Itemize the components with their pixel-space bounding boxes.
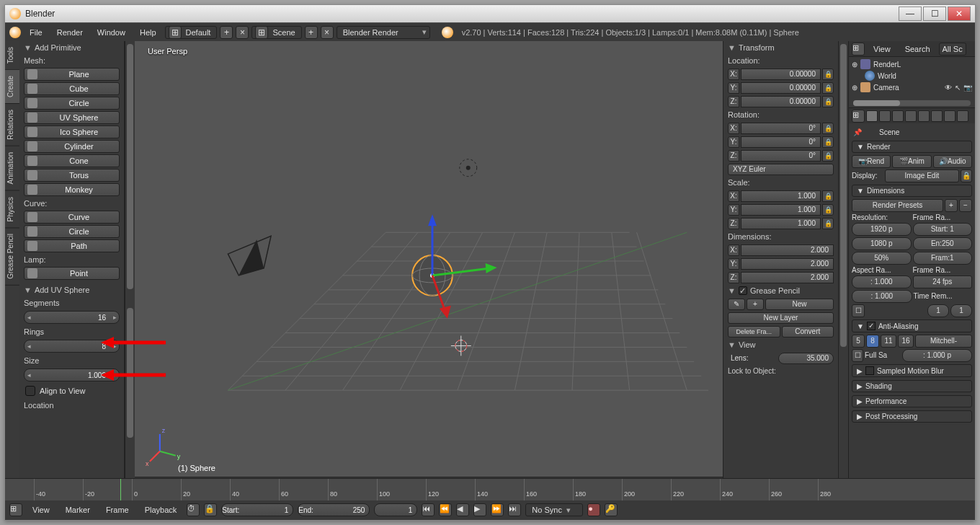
- play-button[interactable]: ▶: [473, 503, 486, 516]
- end-frame-input[interactable]: En:250: [913, 237, 973, 250]
- menu-render[interactable]: Render: [51, 27, 89, 38]
- add-layout-button[interactable]: +: [220, 26, 233, 39]
- add-plane-button[interactable]: Plane: [24, 68, 120, 81]
- render-button[interactable]: 📷Rend: [852, 155, 891, 168]
- view-panel-header[interactable]: ▼View: [723, 338, 838, 351]
- postprocessing-header[interactable]: ▶Post Processing: [852, 410, 972, 423]
- render-layers-tab[interactable]: [879, 110, 891, 122]
- fps-dropdown[interactable]: 24 fps: [913, 275, 973, 288]
- rings-input[interactable]: ◂8▸: [24, 340, 120, 353]
- tab-physics[interactable]: Physics: [5, 191, 19, 228]
- render-presets-dropdown[interactable]: Render Presets: [852, 199, 943, 212]
- gp-newlayer-button[interactable]: New Layer: [728, 312, 834, 324]
- new-input[interactable]: 1: [950, 304, 972, 317]
- size-input[interactable]: ◂1.000▸: [24, 369, 120, 381]
- lock-icon[interactable]: 🔒: [822, 190, 834, 202]
- pin-icon[interactable]: 📌: [853, 128, 862, 136]
- frame-step-input[interactable]: Fram:1: [913, 252, 973, 265]
- dim-z-input[interactable]: 2.000: [741, 272, 834, 283]
- rot-x-input[interactable]: 0°: [741, 123, 821, 134]
- scale-y-input[interactable]: 1.000: [741, 204, 821, 216]
- aa-8-button[interactable]: 8: [866, 335, 879, 348]
- add-primitive-header[interactable]: ▼Add Primitive: [19, 41, 124, 54]
- maximize-button[interactable]: ☐: [923, 6, 946, 21]
- fullsample-checkbox[interactable]: ☐: [852, 349, 863, 362]
- remove-preset-button[interactable]: −: [959, 199, 972, 212]
- render-tab[interactable]: [866, 110, 878, 122]
- menu-window[interactable]: Window: [92, 27, 131, 38]
- add-icosphere-button[interactable]: Ico Sphere: [24, 125, 120, 138]
- segments-input[interactable]: ◂16▸: [24, 311, 120, 324]
- keying-set-button[interactable]: 🔑: [605, 503, 618, 516]
- aa-16-button[interactable]: 16: [898, 335, 914, 348]
- tl-playback-menu[interactable]: Playback: [139, 504, 183, 516]
- tl-marker-menu[interactable]: Marker: [60, 504, 96, 516]
- render-section-header[interactable]: ▼Render: [852, 141, 972, 153]
- lock-icon[interactable]: 🔒: [822, 204, 834, 216]
- add-circle-button[interactable]: Circle: [24, 97, 120, 110]
- res-y-input[interactable]: 1080 p: [852, 237, 912, 250]
- eye-icon[interactable]: 👁: [945, 84, 952, 92]
- timeline-ruler[interactable]: -40-200204060801001201401601802002202402…: [5, 479, 975, 500]
- lock-icon[interactable]: 🔒: [822, 136, 834, 148]
- add-torus-button[interactable]: Torus: [24, 169, 120, 182]
- outliner-tree[interactable]: ⊕RenderL World ⊕Camera👁↖📷: [849, 57, 975, 107]
- scale-x-input[interactable]: 1.000: [741, 190, 821, 202]
- outliner-mode-dropdown[interactable]: All Sc: [939, 43, 966, 56]
- aspect-x-input[interactable]: : 1.000: [852, 275, 912, 288]
- remove-layout-button[interactable]: ×: [236, 26, 249, 39]
- filter-size-input[interactable]: : 1.000 p: [902, 349, 972, 362]
- lock-interface-button[interactable]: 🔒: [961, 169, 972, 182]
- operator-panel-header[interactable]: ▼Add UV Sphere: [19, 283, 124, 296]
- aspect-y-input[interactable]: : 1.000: [852, 290, 912, 303]
- scene-dropdown[interactable]: ⊞Scene: [251, 26, 301, 39]
- clock-icon[interactable]: ⏱: [187, 503, 200, 516]
- menu-help[interactable]: Help: [134, 27, 162, 38]
- lock-icon[interactable]: 🔒: [822, 123, 834, 134]
- end-frame-field[interactable]: 250: [313, 506, 369, 514]
- autokey-button[interactable]: ●: [587, 503, 600, 516]
- tl-view-menu[interactable]: View: [27, 504, 55, 516]
- align-to-view-checkbox[interactable]: Align to View: [19, 383, 124, 399]
- object-tab[interactable]: [918, 110, 930, 122]
- res-percent-input[interactable]: 50%: [852, 252, 912, 265]
- motion-blur-header[interactable]: ▶Sampled Motion Blur: [852, 364, 972, 377]
- rot-y-input[interactable]: 0°: [741, 136, 821, 148]
- tab-create[interactable]: Create: [5, 70, 19, 104]
- properties-editor-button[interactable]: ⊞: [852, 110, 865, 123]
- menu-file[interactable]: File: [24, 27, 48, 38]
- dimensions-section-header[interactable]: ▼Dimensions: [852, 185, 972, 197]
- audio-button[interactable]: 🔊Audio: [933, 155, 972, 168]
- sync-dropdown[interactable]: No Sync▾: [525, 503, 583, 516]
- lock-icon[interactable]: 🔒: [822, 82, 834, 94]
- timeline-editor-button[interactable]: ⊞: [9, 503, 22, 516]
- rot-z-input[interactable]: 0°: [741, 150, 821, 162]
- constraints-tab[interactable]: [931, 110, 943, 122]
- render-toggle-icon[interactable]: 📷: [963, 84, 972, 92]
- jump-end-button[interactable]: ⏭: [508, 503, 521, 516]
- add-preset-button[interactable]: +: [945, 199, 958, 212]
- loc-y-input[interactable]: 0.00000: [741, 82, 821, 94]
- display-dropdown[interactable]: Image Edit: [885, 169, 959, 182]
- outliner-search-menu[interactable]: Search: [899, 43, 936, 55]
- add-cube-button[interactable]: Cube: [24, 82, 120, 95]
- lens-input[interactable]: 35.000: [778, 353, 834, 364]
- add-cylinder-button[interactable]: Cylinder: [24, 140, 120, 153]
- gp-draw-button[interactable]: ✎: [728, 299, 745, 310]
- toolshelf-scrollbar[interactable]: [125, 41, 135, 495]
- transform-header[interactable]: ▼Transform: [723, 41, 838, 54]
- add-curve-circle-button[interactable]: Circle: [24, 225, 120, 238]
- outliner-editor-button[interactable]: ⊞: [852, 43, 865, 56]
- tl-frame-menu[interactable]: Frame: [100, 504, 135, 516]
- npanel-scrollbar[interactable]: [838, 41, 848, 495]
- outliner-hscroll[interactable]: [853, 100, 971, 106]
- lock-icon[interactable]: 🔒: [822, 218, 834, 229]
- loc-z-input[interactable]: 0.00000: [741, 96, 821, 107]
- jump-start-button[interactable]: ⏮: [422, 503, 435, 516]
- lock-icon[interactable]: 🔒: [822, 150, 834, 162]
- dim-x-input[interactable]: 2.000: [741, 244, 834, 256]
- data-tab[interactable]: [957, 110, 968, 122]
- tab-animation[interactable]: Animation: [5, 146, 19, 190]
- add-curve-button[interactable]: Curve: [24, 211, 120, 224]
- add-point-lamp-button[interactable]: Point: [24, 267, 120, 280]
